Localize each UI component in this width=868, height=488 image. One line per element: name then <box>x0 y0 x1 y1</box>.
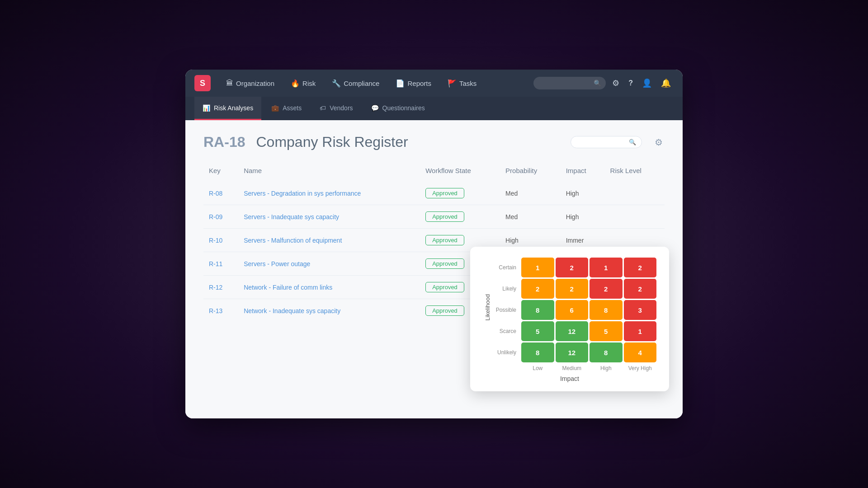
notifications-button[interactable]: 🔔 <box>658 75 674 91</box>
row-probability: Med <box>500 182 561 205</box>
row-name[interactable]: Servers - Degradation in sys performance <box>238 182 420 205</box>
page-settings-button[interactable]: ⚙ <box>653 135 665 150</box>
col-probability: Probability <box>500 163 561 182</box>
status-badge: Approved <box>425 282 464 292</box>
col-name: Name <box>238 163 420 182</box>
table-row: R-08 Servers - Degradation in sys perfor… <box>203 182 665 205</box>
row-name[interactable]: Servers - Power outage <box>238 252 420 276</box>
matrix-cell: 3 <box>624 300 657 320</box>
sub-nav-questionnaires[interactable]: 💬 Questionnaires <box>363 97 433 120</box>
fire-icon: 🔥 <box>291 79 300 88</box>
top-search-icon: 🔍 <box>594 80 601 87</box>
row-name[interactable]: Network - Failure of comm links <box>238 276 420 299</box>
y-axis-label: Certain <box>494 258 520 277</box>
row-key[interactable]: R-08 <box>203 182 238 205</box>
help-button[interactable]: ? <box>626 76 636 90</box>
assets-icon: 💼 <box>271 104 279 112</box>
nav-risk-label: Risk <box>302 80 316 87</box>
compliance-icon: 🔧 <box>332 79 341 88</box>
row-name[interactable]: Servers - Malfunction of equipment <box>238 229 420 252</box>
row-impact: High <box>561 205 605 229</box>
reports-icon: 📄 <box>396 79 405 88</box>
matrix-cell: 8 <box>521 343 554 362</box>
sub-nav-assets[interactable]: 💼 Assets <box>263 97 310 120</box>
status-badge: Approved <box>425 258 464 269</box>
row-risk-level <box>605 205 665 229</box>
matrix-cell: 6 <box>556 300 589 320</box>
row-key[interactable]: R-09 <box>203 205 238 229</box>
matrix-cell: 2 <box>521 279 554 299</box>
user-button[interactable]: 👤 <box>639 75 655 91</box>
x-axis-label: Very High <box>624 365 657 371</box>
status-badge: Approved <box>425 235 464 245</box>
matrix-cell: 5 <box>590 321 623 341</box>
main-content: RA-18 Company Risk Register 🔍 ⚙ Key Name… <box>185 120 683 418</box>
x-axis-label: Medium <box>556 365 589 371</box>
page-header: RA-18 Company Risk Register 🔍 ⚙ <box>203 134 665 150</box>
row-state: Approved <box>420 205 500 229</box>
likelihood-label: Likelihood <box>484 294 491 321</box>
page-id: RA-18 <box>203 134 245 150</box>
settings-button[interactable]: ⚙ <box>609 75 622 91</box>
table-row: R-09 Servers - Inadequate sys capacity A… <box>203 205 665 229</box>
nav-tasks-label: Tasks <box>459 80 476 87</box>
row-key[interactable]: R-13 <box>203 299 238 323</box>
y-axis-label: Likely <box>494 279 520 299</box>
nav-reports-label: Reports <box>407 80 431 87</box>
nav-tasks[interactable]: 🚩 Tasks <box>441 75 483 91</box>
page-search-input[interactable] <box>576 139 626 145</box>
risk-analyses-icon: 📊 <box>203 104 210 112</box>
matrix-cell: 5 <box>521 321 554 341</box>
sub-nav-risk-analyses[interactable]: 📊 Risk Analyses <box>194 97 261 120</box>
status-badge: Approved <box>425 211 464 222</box>
nav-compliance[interactable]: 🔧 Compliance <box>326 75 386 91</box>
nav-organization[interactable]: 🏛 Organization <box>220 75 281 91</box>
page-search-icon: 🔍 <box>629 139 636 145</box>
sub-nav-vendors-label: Vendors <box>330 104 353 112</box>
matrix-cell: 8 <box>590 343 623 362</box>
questionnaires-icon: 💬 <box>371 104 379 112</box>
logo[interactable]: S <box>194 75 211 91</box>
matrix-cell: 1 <box>521 258 554 277</box>
row-name[interactable]: Servers - Inadequate sys capacity <box>238 205 420 229</box>
sub-nav: 📊 Risk Analyses 💼 Assets 🏷 Vendors 💬 Que… <box>185 97 683 120</box>
nav-risk[interactable]: 🔥 Risk <box>284 75 322 91</box>
matrix-cell: 12 <box>556 321 589 341</box>
sub-nav-questionnaires-label: Questionnaires <box>382 104 425 112</box>
status-badge: Approved <box>425 305 464 316</box>
y-axis-label: Unlikely <box>494 343 520 362</box>
status-badge: Approved <box>425 188 464 198</box>
y-axis-label: Scarce <box>494 321 520 341</box>
matrix-cell: 2 <box>624 258 657 277</box>
row-key[interactable]: R-11 <box>203 252 238 276</box>
matrix-right: Certain1212Likely2222Possible8683Scarce5… <box>494 258 656 371</box>
col-risk-level: Risk Level <box>605 163 665 182</box>
row-probability: Med <box>500 205 561 229</box>
col-key: Key <box>203 163 238 182</box>
matrix-cell: 8 <box>590 300 623 320</box>
matrix-grid: Certain1212Likely2222Possible8683Scarce5… <box>494 258 656 362</box>
col-impact: Impact <box>561 163 605 182</box>
row-impact: High <box>561 182 605 205</box>
vendors-icon: 🏷 <box>320 104 326 112</box>
organization-icon: 🏛 <box>226 79 233 87</box>
row-risk-level <box>605 182 665 205</box>
matrix-cell: 2 <box>556 279 589 299</box>
sub-nav-vendors[interactable]: 🏷 Vendors <box>311 97 361 120</box>
matrix-cell: 1 <box>624 321 657 341</box>
row-state: Approved <box>420 182 500 205</box>
page-title: Company Risk Register <box>256 134 408 150</box>
matrix-body: Likelihood Certain1212Likely2222Possible… <box>483 258 656 371</box>
row-name[interactable]: Network - Inadequate sys capacity <box>238 299 420 323</box>
nav-reports[interactable]: 📄 Reports <box>389 75 438 91</box>
risk-matrix: Likelihood Certain1212Likely2222Possible… <box>470 247 669 391</box>
matrix-cell: 2 <box>590 279 623 299</box>
matrix-cell: 8 <box>521 300 554 320</box>
row-key[interactable]: R-10 <box>203 229 238 252</box>
row-key[interactable]: R-12 <box>203 276 238 299</box>
nav-compliance-label: Compliance <box>344 80 379 87</box>
matrix-title: Impact <box>483 375 656 382</box>
matrix-cell: 4 <box>624 343 657 362</box>
matrix-cell: 12 <box>556 343 589 362</box>
nav-organization-label: Organization <box>236 80 274 87</box>
